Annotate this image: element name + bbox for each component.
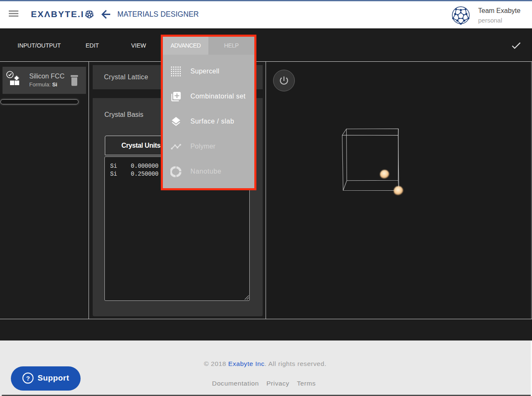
svg-text:?: ? [26, 375, 30, 382]
